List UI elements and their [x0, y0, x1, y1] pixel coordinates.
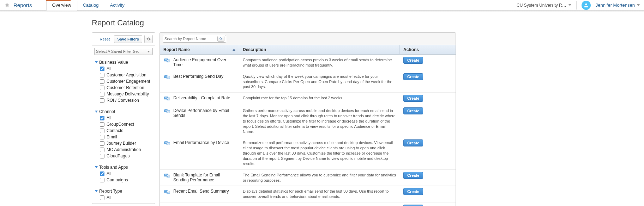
- table-row: Recent Email Send SummaryDisplays detail…: [160, 186, 456, 202]
- sort-asc-icon: [233, 49, 235, 51]
- saved-filter-select[interactable]: Select A Saved Filter Set: [94, 48, 153, 55]
- report-icon: [163, 173, 170, 179]
- filter-checkbox[interactable]: [100, 92, 104, 96]
- filter-option[interactable]: ROI / Conversion: [95, 97, 152, 104]
- filter-option[interactable]: All: [95, 65, 152, 72]
- filter-checkbox[interactable]: [100, 178, 104, 182]
- filter-checkbox[interactable]: [100, 129, 104, 133]
- filter-option[interactable]: Message Deliverability: [95, 91, 152, 97]
- filter-option-label: All: [107, 116, 111, 120]
- report-icon: [163, 74, 170, 81]
- create-button[interactable]: Create: [403, 107, 423, 114]
- create-button[interactable]: Create: [403, 188, 423, 195]
- tab-catalog[interactable]: Catalog: [77, 0, 104, 11]
- user-menu[interactable]: Jennifer Mortensen: [596, 2, 640, 8]
- filter-option[interactable]: Customer Acquisition: [95, 72, 152, 78]
- filter-checkbox[interactable]: [100, 79, 104, 84]
- filter-checkbox[interactable]: [100, 135, 104, 139]
- filter-option[interactable]: Customer Retention: [95, 85, 152, 91]
- filter-option[interactable]: Email: [95, 134, 152, 140]
- account-name: CU System University R…: [517, 3, 566, 8]
- filter-option[interactable]: Contacts: [95, 127, 152, 134]
- filter-settings-button[interactable]: [144, 35, 153, 43]
- report-description: Complaint rate for the top 15 domains fo…: [239, 93, 400, 105]
- filter-group-title[interactable]: Tools and Apps: [95, 163, 152, 170]
- create-button[interactable]: Create: [403, 95, 423, 102]
- report-name[interactable]: Deliverability - Complaint Rate: [173, 95, 230, 100]
- filter-checkbox[interactable]: [100, 98, 104, 103]
- report-description: Shows how long it takes your subscribers…: [239, 202, 400, 206]
- report-name[interactable]: Best Performing Send Day: [173, 74, 223, 79]
- table-row: Best Performing Send DayQuickly view whi…: [160, 71, 456, 93]
- report-description: Quickly view which day of the week your …: [239, 71, 400, 93]
- search-button[interactable]: [217, 36, 224, 42]
- report-name[interactable]: Audience Engagement Over Time: [173, 57, 236, 67]
- create-button[interactable]: Create: [403, 57, 423, 64]
- topbar: Reports OverviewCatalogActivity CU Syste…: [0, 0, 644, 11]
- tab-activity[interactable]: Activity: [104, 0, 130, 11]
- filter-option[interactable]: Campaigns: [95, 177, 152, 183]
- filter-checkbox[interactable]: [100, 148, 104, 152]
- home-icon[interactable]: [4, 2, 10, 8]
- report-catalog-panel: Report Name Description Actions Audience…: [160, 32, 456, 206]
- filter-checkbox[interactable]: [100, 195, 104, 200]
- report-name[interactable]: Recent Email Send Summary: [173, 189, 229, 194]
- report-description: Displays detailed statistics for each em…: [239, 186, 400, 202]
- filter-checkbox[interactable]: [100, 141, 104, 146]
- create-button[interactable]: Create: [403, 172, 423, 179]
- filter-checkbox[interactable]: [100, 154, 104, 158]
- filter-option[interactable]: All: [95, 115, 152, 121]
- filter-option-label: Contacts: [107, 128, 123, 133]
- filter-option-label: All: [107, 66, 111, 71]
- save-filters-button[interactable]: Save Filters: [114, 35, 142, 43]
- filter-checkbox[interactable]: [100, 122, 104, 127]
- filter-option[interactable]: All: [95, 194, 152, 201]
- filter-checkbox[interactable]: [100, 116, 104, 120]
- create-button[interactable]: Create: [403, 73, 423, 80]
- filter-group-title[interactable]: Business Value: [95, 58, 152, 65]
- column-description[interactable]: Description: [239, 45, 400, 54]
- app-title[interactable]: Reports: [13, 2, 32, 8]
- table-row: Deliverability - Complaint RateComplaint…: [160, 93, 456, 105]
- report-name[interactable]: Device Performance by Email Sends: [173, 108, 236, 118]
- filter-checkbox[interactable]: [100, 67, 104, 71]
- filter-option-label: Email: [107, 135, 117, 139]
- report-description: Summarizes email performance activity ac…: [239, 137, 400, 169]
- filter-option-label: Customer Engagement: [107, 79, 150, 84]
- filter-group-title[interactable]: Report Type: [95, 187, 152, 194]
- filter-checkbox[interactable]: [100, 86, 104, 90]
- filters-panel: Reset Save Filters Select A Saved Filter…: [92, 32, 155, 204]
- account-switcher[interactable]: CU System University R…: [517, 3, 571, 8]
- column-actions[interactable]: Actions: [400, 45, 456, 54]
- filter-option-label: ROI / Conversion: [107, 98, 139, 103]
- create-button[interactable]: Create: [403, 139, 423, 146]
- table-header: Report Name Description Actions: [160, 45, 456, 55]
- column-report-name[interactable]: Report Name: [160, 45, 239, 54]
- report-name[interactable]: Blank Template for Email Sending Perform…: [173, 173, 236, 182]
- caret-down-icon: [568, 4, 571, 6]
- filter-option[interactable]: All: [95, 170, 152, 177]
- create-button[interactable]: Create: [403, 205, 423, 206]
- filter-option[interactable]: CloudPages: [95, 153, 152, 159]
- filter-option[interactable]: MC Administration: [95, 146, 152, 153]
- filter-checkbox[interactable]: [100, 73, 104, 77]
- report-description: The Email Sending Performance allows you…: [239, 170, 400, 186]
- filter-group-label: Tools and Apps: [99, 165, 128, 170]
- triangle-down-icon: [95, 190, 98, 192]
- table-row: Audience Engagement Over TimeCompares au…: [160, 55, 456, 71]
- report-icon: [163, 140, 170, 147]
- filter-option[interactable]: Journey Builder: [95, 140, 152, 146]
- filter-checkbox[interactable]: [100, 171, 104, 176]
- report-name[interactable]: Email Performance by Device: [173, 140, 229, 145]
- report-icon: [163, 57, 170, 64]
- filter-option[interactable]: GroupConnect: [95, 121, 152, 127]
- search-input[interactable]: [164, 37, 217, 41]
- user-name: Jennifer Mortensen: [596, 2, 635, 8]
- table-row: Time Between Send and EngagementShows ho…: [160, 202, 456, 206]
- search-icon: [219, 37, 223, 40]
- filter-option[interactable]: Customer Engagement: [95, 78, 152, 85]
- tab-overview[interactable]: Overview: [46, 0, 77, 11]
- filter-group-title[interactable]: Channel: [95, 108, 152, 115]
- reset-filters-link[interactable]: Reset: [97, 36, 112, 43]
- filter-option-label: Customer Retention: [107, 85, 144, 90]
